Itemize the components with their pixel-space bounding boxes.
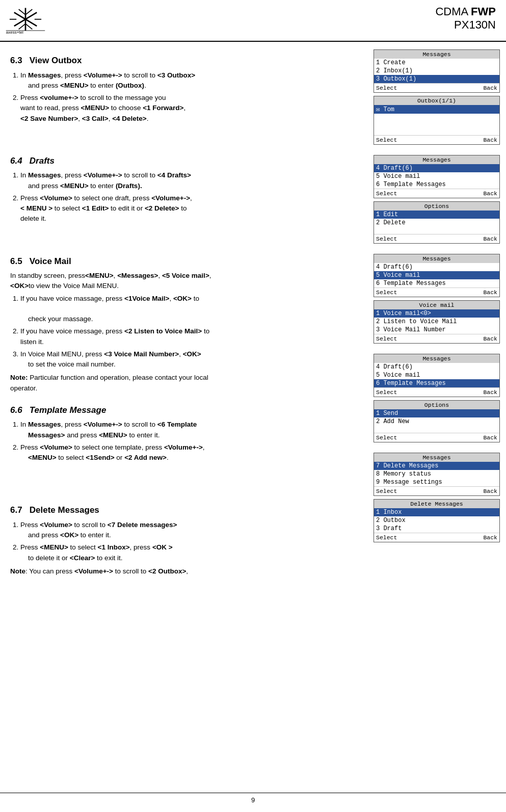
screen-row: 2 Inbox(1)	[374, 67, 499, 75]
screen-row-highlighted: 1 Edit	[374, 211, 499, 219]
footer-select[interactable]: Select	[376, 434, 397, 441]
right-column: Messages 1 Create 2 Inbox(1) 3 Outbox(1)…	[368, 47, 506, 588]
section-6-4-title: 6.4 Drafts	[10, 154, 358, 168]
section-6-5-note: Note: Particular function and operation,…	[10, 373, 358, 394]
screen-row-highlighted: 4 Draft(6)	[374, 164, 499, 172]
section-6-6: 6.6 Template Message In Messages, press …	[10, 404, 358, 463]
screen-empty	[374, 121, 499, 128]
section-6-7-title: 6.7 Delete Messages	[10, 504, 358, 517]
screen-messages-delete: Messages 7 Delete Messages 8 Memory stat…	[374, 453, 500, 496]
footer-back[interactable]: Back	[483, 235, 497, 242]
section-6-6-title: 6.6 Template Message	[10, 404, 358, 417]
footer-select[interactable]: Select	[376, 488, 397, 494]
screen-header: Messages	[374, 453, 499, 462]
screen-row: 2 Listen to Voice Mail	[374, 318, 499, 326]
section-6-7-steps: Press <Volume> to scroll to <7 Delete me…	[20, 520, 358, 563]
section-6-5-steps: If you have voice massage, press <1Voice…	[20, 294, 358, 370]
screen-row: 4 Draft(6)	[374, 363, 499, 371]
screen-outbox-tom: Outbox(1/1) ✉ Tom Select Back	[374, 96, 500, 145]
screen-header: Messages	[374, 50, 499, 59]
title-bold: FWP	[471, 5, 496, 18]
svg-line-7	[19, 24, 25, 30]
screen-row-tom: ✉ Tom	[374, 105, 499, 114]
footer-back[interactable]: Back	[483, 488, 497, 494]
section-6-3: 6.3 View Outbox In Messages, press <Volu…	[10, 54, 358, 124]
screen-row-highlighted: 1 Voice mail<0>	[374, 309, 499, 318]
screen-row: 4 Draft(6)	[374, 263, 499, 271]
screen-empty	[374, 128, 499, 135]
screen-footer: Select Back	[374, 433, 499, 442]
company-logo: axess+tel	[5, 5, 46, 36]
screen-options-send: Options 1 Send 2 Add New Select Back	[374, 400, 500, 442]
footer-select[interactable]: Select	[376, 534, 397, 541]
screen-footer: Select Back	[374, 83, 499, 92]
screen-header: Options	[374, 401, 499, 409]
screen-header: Messages	[374, 155, 499, 164]
screen-row: 5 Voice mail	[374, 371, 499, 379]
screen-row: 9 Message settings	[374, 478, 499, 486]
svg-line-3	[19, 9, 25, 15]
screen-row: 2 Outbox	[374, 516, 499, 525]
section-6-4-steps: In Messages, press <Volume+-> to scroll …	[20, 170, 358, 224]
footer-select[interactable]: Select	[376, 335, 397, 342]
footer-back[interactable]: Back	[483, 289, 497, 296]
screen-header: Delete Messages	[374, 500, 499, 508]
footer-select[interactable]: Select	[376, 137, 397, 143]
screen-delete-messages: Delete Messages 1 Inbox 2 Outbox 3 Draft…	[374, 499, 500, 542]
list-item: In Voice Mail MENU, press <3 Voice Mail …	[20, 349, 358, 370]
footer-select[interactable]: Select	[376, 289, 397, 296]
logo-area: axess+tel	[5, 5, 46, 36]
footer-back[interactable]: Back	[483, 434, 497, 441]
section-6-7: 6.7 Delete Messages Press <Volume> to sc…	[10, 504, 358, 577]
footer-back[interactable]: Back	[483, 137, 497, 143]
list-item: In Messages, press <Volume+-> to scroll …	[20, 170, 358, 191]
screen-header: Voice mail	[374, 301, 499, 309]
screen-footer: Select Back	[374, 334, 499, 343]
screen-footer: Select Back	[374, 287, 499, 297]
screen-voicemail-menu: Voice mail 1 Voice mail<0> 2 Listen to V…	[374, 300, 500, 344]
footer-select[interactable]: Select	[376, 190, 397, 197]
screen-row: 3 Voice Mail Number	[374, 326, 499, 334]
screen-row: 8 Memory status	[374, 470, 499, 478]
screen-footer: Select Back	[374, 486, 499, 495]
list-item: If you have voice message, press <2 List…	[20, 326, 358, 347]
screen-row-highlighted: 1 Inbox	[374, 508, 499, 516]
list-item: If you have voice massage, press <1Voice…	[20, 294, 358, 325]
footer-select[interactable]: Select	[376, 85, 397, 91]
svg-line-4	[25, 9, 32, 15]
footer-select[interactable]: Select	[376, 389, 397, 396]
screen-empty	[374, 114, 499, 121]
section-6-3-title: 6.3 View Outbox	[10, 54, 358, 67]
screen-row-highlighted: 7 Delete Messages	[374, 462, 499, 470]
screen-row: 5 Voice mail	[374, 172, 499, 180]
list-item: In Messages, press <Volume+-> to scroll …	[20, 70, 358, 91]
footer-select[interactable]: Select	[376, 235, 397, 242]
screen-footer: Select Back	[374, 135, 499, 144]
list-item: In Messages, press <Volume+-> to scroll …	[20, 420, 358, 440]
screen-messages-draft: Messages 4 Draft(6) 5 Voice mail 6 Templ…	[374, 155, 500, 198]
screen-row-highlighted: 1 Send	[374, 409, 499, 417]
section-6-5: 6.5 Voice Mail In standby screen, press<…	[10, 255, 358, 394]
screen-row: 6 Template Messages	[374, 180, 499, 189]
screen-footer: Select Back	[374, 189, 499, 198]
section-6-5-intro: In standby screen, press<MENU>, <Message…	[10, 271, 358, 292]
footer-back[interactable]: Back	[483, 389, 497, 396]
list-item: Press <Volume> to select one template, p…	[20, 442, 358, 463]
footer-back[interactable]: Back	[483, 335, 497, 342]
page-footer: 9	[0, 793, 506, 807]
footer-back[interactable]: Back	[483, 534, 497, 541]
main-content: 6.3 View Outbox In Messages, press <Volu…	[0, 42, 506, 593]
screen-messages-voicemail: Messages 4 Draft(6) 5 Voice mail 6 Templ…	[374, 254, 500, 297]
screen-row-highlighted: 3 Outbox(1)	[374, 75, 499, 83]
section-6-5-title: 6.5 Voice Mail	[10, 255, 358, 268]
screen-row: 2 Delete	[374, 219, 499, 227]
footer-back[interactable]: Back	[483, 190, 497, 197]
screen-row: 2 Add New	[374, 417, 499, 426]
screen-footer: Select Back	[374, 234, 499, 243]
list-item: Press <Volume> to scroll to <7 Delete me…	[20, 520, 358, 541]
list-item: Press <volume+-> to scroll to the messag…	[20, 93, 358, 124]
screen-row: 6 Template Messages	[374, 279, 499, 287]
footer-back[interactable]: Back	[483, 85, 497, 91]
section-6-6-steps: In Messages, press <Volume+-> to scroll …	[20, 420, 358, 463]
screen-header: Options	[374, 202, 499, 211]
